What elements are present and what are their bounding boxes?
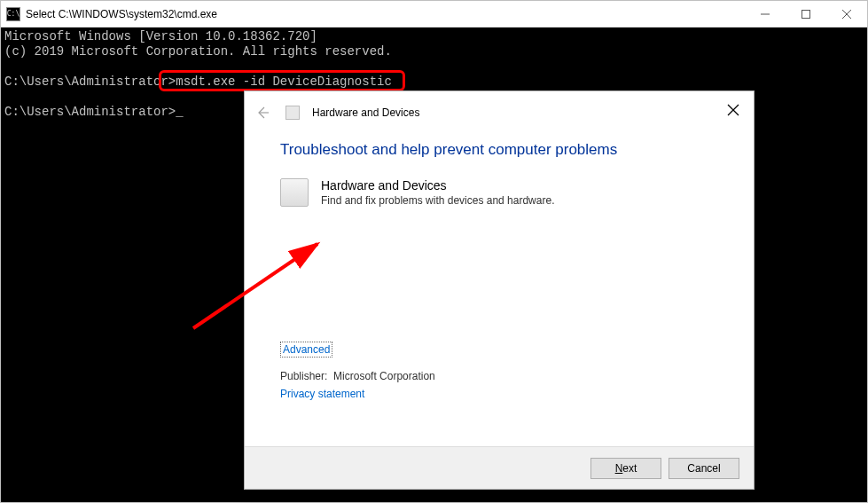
troubleshooter-item-text: Hardware and Devices Find and fix proble… [321,178,554,207]
minimize-button[interactable] [745,1,786,28]
publisher-row: Publisher: Microsoft Corporation [280,370,718,382]
cmd-icon: C:\ [6,7,20,21]
troubleshooter-item-title: Hardware and Devices [321,178,554,193]
next-button[interactable]: Next [590,458,661,479]
dialog-header-title: Hardware and Devices [312,106,419,119]
troubleshooter-item[interactable]: Hardware and Devices Find and fix proble… [280,178,718,207]
advanced-link[interactable]: Advanced [280,342,332,358]
hardware-header-icon [285,106,300,120]
dialog-footer: Next Cancel [245,446,754,489]
cmd-titlebar[interactable]: C:\ Select C:\WINDOWS\system32\cmd.exe [1,1,867,28]
troubleshooter-dialog: Hardware and Devices Troubleshoot and he… [244,90,755,490]
dialog-content: Troubleshoot and help prevent computer p… [245,134,754,446]
cmd-prompt: C:\Users\Administrator> [4,105,176,119]
publisher-value: Microsoft Corporation [333,370,435,382]
device-icon [280,178,309,207]
dialog-close-button[interactable] [727,104,739,116]
cancel-button[interactable]: Cancel [669,458,739,479]
cmd-prompt: C:\Users\Administrator> [4,75,176,89]
troubleshooter-item-desc: Find and fix problems with devices and h… [321,194,554,207]
dialog-header: Hardware and Devices [245,91,754,134]
svg-rect-1 [802,10,810,18]
privacy-statement-link[interactable]: Privacy statement [280,388,364,400]
back-arrow-icon[interactable] [255,106,273,120]
close-button[interactable] [826,1,867,28]
cmd-title: Select C:\WINDOWS\system32\cmd.exe [26,8,745,20]
cmd-copyright-line: (c) 2019 Microsoft Corporation. All righ… [4,44,392,59]
cmd-command: msdt.exe -id DeviceDiagnostic [176,75,392,89]
window-controls [745,1,867,28]
publisher-label: Publisher: [280,370,327,382]
cmd-cursor: _ [176,105,183,119]
dialog-main-heading: Troubleshoot and help prevent computer p… [280,141,718,159]
maximize-button[interactable] [786,1,826,28]
cmd-version-line: Microsoft Windows [Version 10.0.18362.72… [4,29,317,43]
